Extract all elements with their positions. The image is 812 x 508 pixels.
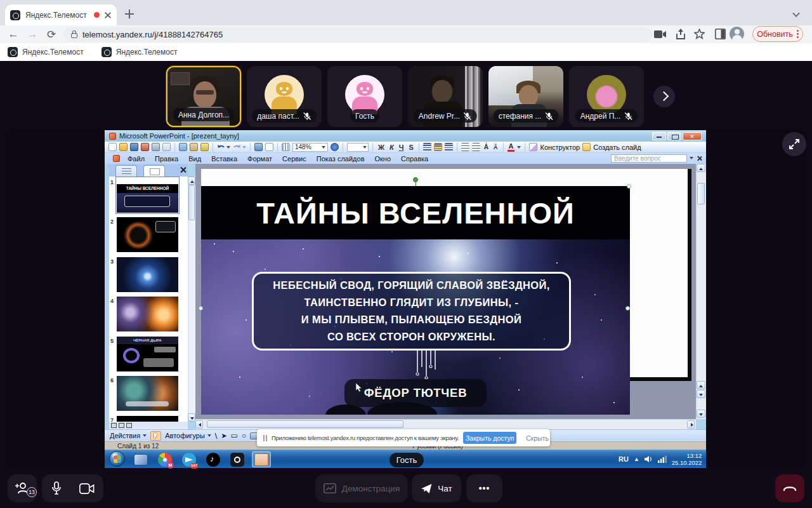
mic-button[interactable]: [51, 481, 62, 495]
tabstrip-chevron-icon[interactable]: [793, 10, 801, 15]
tray-expand-icon[interactable]: ▲: [634, 456, 639, 462]
camera-icon[interactable]: [654, 30, 667, 39]
menu-help[interactable]: Справка: [396, 155, 433, 163]
new-tab-button[interactable]: [125, 10, 134, 18]
ppt-minimize-button[interactable]: [652, 132, 666, 140]
stop-sharing-button[interactable]: Закрыть доступ: [463, 432, 516, 444]
ask-dropdown-icon[interactable]: [690, 157, 693, 159]
bookmark-star-icon[interactable]: [694, 29, 705, 39]
view-buttons[interactable]: [109, 422, 188, 429]
chrome-update-button[interactable]: Обновить: [752, 26, 803, 42]
preview-icon[interactable]: [162, 143, 171, 151]
browser-menu-icon[interactable]: [797, 30, 799, 38]
taskbar-app-powerpoint[interactable]: [252, 451, 271, 467]
font-color-icon[interactable]: А: [508, 142, 515, 152]
outline-tab[interactable]: [115, 165, 137, 177]
ask-close-icon[interactable]: [697, 156, 702, 161]
selection-handle[interactable]: [199, 306, 203, 311]
vscroll-down[interactable]: [697, 410, 705, 418]
vscroll-thumb[interactable]: [697, 183, 705, 204]
bookmark-item[interactable]: Яндекс.Телемост: [102, 47, 178, 57]
format-painter-icon[interactable]: [200, 143, 209, 151]
help-icon[interactable]: [331, 143, 339, 151]
menu-slideshow[interactable]: Показ слайдов: [311, 155, 370, 163]
hide-notification-link[interactable]: Скрыть: [526, 434, 549, 442]
redo-button[interactable]: [233, 143, 246, 151]
chart-icon[interactable]: [254, 143, 263, 151]
slide-thumb-5[interactable]: ЧЁРНАЯ ДЫРА: [117, 337, 178, 371]
shadow-button[interactable]: S: [407, 144, 414, 151]
taskbar-app-chrome[interactable]: M: [155, 451, 174, 467]
ppt-maximize-button[interactable]: [667, 132, 681, 140]
menu-edit[interactable]: Правка: [150, 155, 183, 163]
underline-button[interactable]: Ч: [398, 144, 405, 151]
volume-icon[interactable]: [645, 455, 653, 463]
menu-format[interactable]: Формат: [242, 155, 277, 163]
new-slide-button[interactable]: Создать слайд: [593, 144, 641, 151]
align-left-icon[interactable]: [423, 143, 431, 151]
slide-thumb-7[interactable]: [117, 416, 178, 422]
increase-font-icon[interactable]: А́: [483, 144, 490, 150]
reload-button[interactable]: ⟳: [44, 28, 58, 41]
participants-button[interactable]: 13: [8, 474, 37, 502]
paste-icon[interactable]: [190, 143, 198, 151]
camera-button[interactable]: [79, 483, 95, 494]
align-center-icon[interactable]: [434, 143, 442, 151]
bold-button[interactable]: Ж: [377, 144, 386, 151]
decrease-font-icon[interactable]: А̌: [492, 144, 499, 150]
autoshapes-menu[interactable]: Автофигуры: [165, 432, 211, 439]
slides-tab[interactable]: [143, 165, 165, 177]
bookmark-item[interactable]: Яндекс.Телемост: [8, 47, 84, 57]
copy-icon[interactable]: [179, 143, 187, 151]
forward-button[interactable]: →: [25, 28, 39, 41]
hscroll-right[interactable]: [687, 420, 695, 429]
bullets-icon[interactable]: [472, 143, 480, 151]
selection-handle[interactable]: [625, 306, 630, 311]
participant-tile-stefania[interactable]: стефания ...: [488, 66, 563, 127]
pane-close-icon[interactable]: [180, 166, 186, 173]
pane-scroll-thumb[interactable]: [188, 185, 195, 220]
taskbar-app-telemost[interactable]: [228, 451, 247, 467]
hscroll-thumb[interactable]: [207, 420, 403, 428]
prev-slide-button[interactable]: [697, 381, 705, 389]
taskbar-app-tiktok[interactable]: ♪: [204, 451, 223, 467]
open-icon[interactable]: [119, 143, 128, 151]
end-call-button[interactable]: [775, 474, 804, 502]
menu-tools[interactable]: Сервис: [277, 155, 311, 163]
slide-thumb-4[interactable]: [117, 297, 178, 331]
ppt-close-button[interactable]: [683, 132, 702, 140]
address-bar[interactable]: telemost.yandex.ru/j/41888142764765: [63, 27, 652, 42]
participant-tile-guest[interactable]: Гость: [327, 66, 402, 127]
network-icon[interactable]: [658, 455, 667, 463]
ask-question-input[interactable]: Введите вопрос: [611, 154, 687, 163]
table-icon[interactable]: [265, 143, 273, 151]
profile-avatar[interactable]: [730, 27, 744, 41]
slide-thumb-6[interactable]: [117, 376, 178, 411]
selection-handle[interactable]: [627, 184, 631, 189]
next-participants-button[interactable]: [653, 86, 675, 107]
more-button[interactable]: •••: [466, 474, 502, 502]
save-icon[interactable]: [130, 143, 138, 151]
language-indicator[interactable]: RU: [619, 455, 629, 463]
designer-button[interactable]: Конструктор: [540, 144, 580, 151]
slide-thumb-2[interactable]: [117, 217, 178, 252]
align-right-icon[interactable]: [445, 143, 453, 151]
browser-tab[interactable]: Яндекс.Телемост: [5, 4, 117, 25]
menu-window[interactable]: Окно: [370, 155, 396, 163]
numbering-icon[interactable]: [461, 143, 469, 151]
expand-share-button[interactable]: [782, 132, 806, 156]
taskbar-app-telegram[interactable]: 147: [180, 451, 199, 467]
demo-button[interactable]: Демонстрация: [315, 474, 408, 502]
zoom-level-box[interactable]: 148%: [292, 143, 328, 152]
next-slide-button[interactable]: [697, 390, 705, 398]
italic-button[interactable]: К: [388, 144, 395, 151]
rotate-handle[interactable]: [413, 177, 418, 182]
slide-thumb-3[interactable]: [117, 257, 178, 292]
participant-tile-andrey[interactable]: Андрей П...: [569, 66, 644, 127]
taskbar-clock[interactable]: 13:1225.10.2022: [672, 452, 702, 466]
slide-thumb-1[interactable]: ТАЙНЫ ВСЕЛЕННОЙ: [117, 178, 178, 213]
chat-button[interactable]: Чат: [412, 474, 461, 502]
share-icon[interactable]: [676, 29, 685, 40]
back-button[interactable]: ←: [6, 28, 20, 41]
pane-scroll-down[interactable]: [188, 413, 195, 422]
